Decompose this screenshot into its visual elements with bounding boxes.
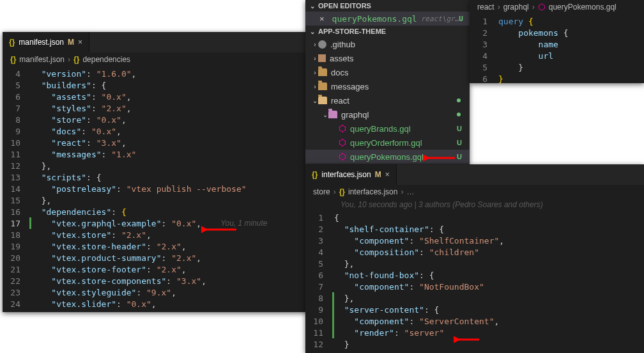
file-item[interactable]: queryOrderform.gqlU [305, 136, 470, 150]
explorer-panel: ⌄ OPEN EDITORS × queryPokemons.gql react… [305, 0, 470, 164]
chevron-down-icon: ⌄ [309, 3, 316, 10]
code-line[interactable]: 6 "assets": "0.x", [3, 91, 308, 102]
crumb-file: manifest.json [19, 55, 65, 64]
line-number: 6 [305, 271, 332, 280]
file-name: queryPokemons.gql [332, 14, 417, 24]
code-line[interactable]: 11 "messages": "1.x" [3, 148, 308, 160]
code-line[interactable]: 1query { [470, 15, 644, 27]
code-text: "component": "NotFoundBox" [334, 282, 484, 292]
code-line[interactable]: 5 }, [305, 258, 644, 269]
code-area[interactable]: 1query {2 pokemons {3 name4 url5 }6} [470, 14, 644, 83]
code-line[interactable]: 18 "vtex.store": "2.x", [3, 229, 308, 240]
folder-item[interactable]: ›messages [305, 79, 470, 93]
code-text: }, [334, 294, 354, 303]
code-line[interactable]: 12 }, [3, 160, 308, 171]
code-line[interactable]: 5 } [470, 61, 644, 73]
folder-item[interactable]: ›docs [305, 65, 470, 79]
line-number: 20 [3, 253, 29, 263]
code-line[interactable]: 6 "not-found-box": { [305, 269, 644, 281]
code-line[interactable]: 15 }, [3, 194, 308, 206]
code-text: "dependencies": { [31, 207, 126, 217]
code-line[interactable]: 3 "component": "ShelfContainer", [305, 235, 644, 246]
code-line[interactable]: 2 "shelf-container": { [305, 223, 644, 235]
code-line[interactable]: 19 "vtex.store-header": "2.x", [3, 240, 308, 252]
json-icon [9, 38, 15, 47]
gitlens-blame: You, 10 seconds ago | 3 authors (Pedro S… [305, 199, 644, 210]
open-editors-header[interactable]: ⌄ OPEN EDITORS [305, 0, 470, 12]
tab-interfaces[interactable]: interfaces.json M × [305, 164, 397, 185]
line-number: 23 [3, 288, 29, 297]
code-text: "messages": "1.x" [31, 150, 136, 159]
code-line[interactable]: 4 "version": "1.6.0", [3, 68, 308, 79]
tabbar: manifest.json M × [3, 32, 308, 52]
git-status-untracked: U [457, 139, 466, 146]
line-number: 1 [305, 213, 332, 223]
svg-marker-7 [340, 125, 346, 132]
tab-manifest[interactable]: manifest.json M × [3, 32, 89, 52]
section-label: OPEN EDITORS [318, 2, 371, 10]
breadcrumb[interactable]: manifest.json › dependencies [3, 52, 308, 67]
open-editor-item[interactable]: × queryPokemons.gql react\gr… U [305, 12, 470, 26]
line-number: 4 [305, 247, 332, 257]
code-text: "vtex.graphql-example": "0.x", [31, 219, 201, 228]
code-line[interactable]: 22 "vtex.store-components": "3.x", [3, 275, 308, 286]
code-line[interactable]: 12 } [305, 338, 644, 350]
code-line[interactable]: 24 "vtex.slider": "0.x", [3, 298, 308, 310]
code-line[interactable]: 11 "render": "server" [305, 327, 644, 338]
code-line[interactable]: 3 name [470, 38, 644, 50]
code-area[interactable]: 4 "version": "1.6.0",5 "builders": {6 "a… [3, 67, 308, 310]
file-item[interactable]: queryPokemons.gqlU [305, 150, 470, 164]
code-line[interactable]: 10 "component": "ServerContent", [305, 315, 644, 327]
code-line[interactable]: 5 "builders": { [3, 79, 308, 91]
workspace-header[interactable]: ⌄ APP-STORE-THEME [305, 26, 470, 37]
code-line[interactable]: 4 "composition": "children" [305, 246, 644, 258]
chevron-down-icon: ⌄ [309, 28, 316, 35]
code-line[interactable]: 17 "vtex.graphql-example": "0.x",You, 1 … [3, 217, 308, 229]
line-number: 12 [305, 340, 332, 349]
code-line[interactable]: 1{ [305, 212, 644, 223]
code-line[interactable]: 10 "react": "3.x", [3, 137, 308, 148]
code-line[interactable]: 16 "dependencies": { [3, 206, 308, 217]
code-line[interactable]: 23 "vtex.styleguide": "9.x", [3, 286, 308, 298]
breadcrumb[interactable]: react › graphql › queryPokemons.gql [470, 0, 644, 14]
code-line[interactable]: 14 "postreleasy": "vtex publish --verbos… [3, 183, 308, 194]
chevron-right-icon: › [312, 41, 318, 48]
folder-item[interactable]: ›.github [305, 37, 470, 51]
code-line[interactable]: 8 "store": "0.x", [3, 114, 308, 125]
code-line[interactable]: 8 }, [305, 292, 644, 304]
file-path-hint: react\gr… [421, 15, 459, 23]
close-icon[interactable]: × [78, 38, 82, 47]
chevron-right-icon: › [401, 187, 403, 196]
close-icon[interactable]: × [385, 170, 390, 179]
folder-item[interactable]: ⌄graphql [305, 107, 470, 122]
folder-item[interactable]: ›assets [305, 51, 470, 65]
line-number: 8 [3, 115, 29, 125]
code-line[interactable]: 7 "styles": "2.x", [3, 102, 308, 114]
folder-item[interactable]: ⌄react [305, 93, 470, 107]
code-line[interactable]: 9 "docs": "0.x", [3, 125, 308, 137]
svg-point-12 [339, 129, 341, 130]
line-number: 3 [470, 40, 496, 49]
code-line[interactable]: 2 pokemons { [470, 27, 644, 38]
code-line[interactable]: 20 "vtex.product-summary": "2.x", [3, 252, 308, 263]
code-line[interactable]: 4 url [470, 50, 644, 61]
code-line[interactable]: 21 "vtex.store-footer": "2.x", [3, 263, 308, 275]
code-line[interactable]: 9 "server-content": { [305, 304, 644, 315]
tree-label: .github [330, 40, 355, 49]
code-text: "styles": "2.x", [31, 104, 132, 113]
file-item[interactable]: queryBrands.gqlU [305, 122, 470, 136]
line-number: 24 [3, 299, 29, 309]
breadcrumb[interactable]: store › interfaces.json › … [305, 185, 644, 199]
svg-point-9 [345, 127, 346, 128]
tab-modified-indicator: M [375, 170, 381, 179]
close-icon[interactable]: × [319, 14, 325, 24]
code-line[interactable]: 13 "scripts": { [3, 171, 308, 183]
code-area[interactable]: 1{2 "shelf-container": {3 "component": "… [305, 210, 644, 350]
code-text: } [498, 63, 523, 72]
code-text: "vtex.product-summary": "2.x", [31, 253, 201, 263]
code-line[interactable]: 7 "component": "NotFoundBox" [305, 281, 644, 292]
code-text: "vtex.store-footer": "2.x", [31, 265, 187, 274]
code-line[interactable]: 6} [470, 73, 644, 83]
svg-point-16 [345, 141, 346, 142]
crumb-folder: react [477, 3, 494, 12]
